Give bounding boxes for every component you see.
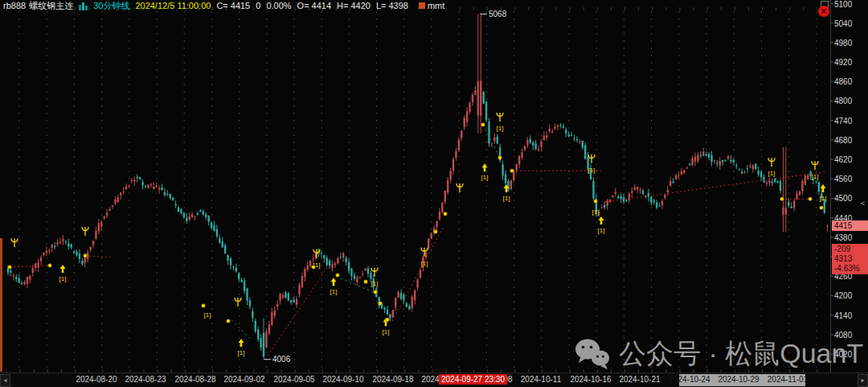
swing-dot-icon xyxy=(336,274,340,278)
scroll-left-button[interactable]: ◂ xyxy=(0,374,10,387)
price-tick: 4560 xyxy=(834,175,852,183)
date-label: 2024-11-01 xyxy=(758,375,817,384)
signal-label: [1] xyxy=(371,280,379,287)
up-arrow-signal-icon xyxy=(821,184,826,192)
swing-dot-icon xyxy=(48,264,52,268)
signal-label: [1] xyxy=(421,260,428,267)
wechat-icon xyxy=(574,338,611,370)
indicator-badge: -209 4313 -4.63% xyxy=(832,244,868,274)
swing-dot-icon xyxy=(227,319,231,323)
price-tick: 4200 xyxy=(834,291,852,300)
selected-time-badge: 2024-09-27 23:30 xyxy=(439,374,507,385)
swing-dot-icon xyxy=(444,212,448,216)
signal-label: [1] xyxy=(820,195,827,202)
swing-dot-icon xyxy=(379,302,383,306)
current-price-badge: 4415 xyxy=(832,220,868,231)
swing-dot-icon xyxy=(780,197,784,201)
indicator-name: mmt xyxy=(428,0,444,11)
indicator-badge-line: -209 xyxy=(834,245,868,254)
signal-label: [1] xyxy=(383,328,390,336)
watermark: 公众号 · 松鼠QuanT xyxy=(574,333,868,375)
watermark-text: 公众号 · 松鼠QuanT xyxy=(619,336,863,373)
trend-connectors xyxy=(10,125,825,356)
indicator-badge-line: 4313 xyxy=(834,254,868,264)
quote-open-label: O= xyxy=(297,0,309,11)
price-tick: 4500 xyxy=(834,194,852,203)
signal-label: [1] xyxy=(768,170,776,177)
swing-dot-icon xyxy=(809,197,813,201)
signal-label: [1] xyxy=(592,208,600,216)
price-tick: 4800 xyxy=(834,97,852,105)
swing-dot-icon xyxy=(8,266,12,270)
quote-high: 4420 xyxy=(350,0,370,11)
chart-canvas[interactable]: [1][1][1][1][1][1][1][1][1][1][1][1][1][… xyxy=(0,0,868,387)
candles xyxy=(7,14,829,358)
scroll-right-button[interactable]: ▸ xyxy=(858,374,868,387)
svg-text:4006: 4006 xyxy=(272,355,291,364)
bar-datetime: 2024/12/5 11:00:00 xyxy=(135,0,211,11)
kline-chart-icon xyxy=(79,2,88,10)
quote-open: 4414 xyxy=(312,0,331,11)
up-arrow-signal-icon xyxy=(331,278,337,286)
price-tick: 4140 xyxy=(834,311,852,320)
indicator-badge-line: -4.63% xyxy=(834,264,868,274)
price-axis: 4415 -209 4313 -4.63% 510050404980492048… xyxy=(831,0,868,373)
price-tick: 4740 xyxy=(834,117,852,126)
grid xyxy=(6,7,817,373)
signal-label: [1] xyxy=(330,288,338,295)
swing-dot-icon xyxy=(594,200,598,204)
symbol-code: rb888 xyxy=(3,0,26,11)
swing-dot-icon xyxy=(202,304,206,308)
swing-dot-icon xyxy=(364,280,368,284)
signal-label: [1] xyxy=(503,195,510,202)
price-tick: 4380 xyxy=(834,233,852,242)
price-tick: 4980 xyxy=(834,39,852,47)
swing-dot-icon xyxy=(84,254,88,258)
signal-label: [1] xyxy=(204,311,211,319)
signal-label: [1] xyxy=(588,167,596,174)
signal-label: [1] xyxy=(481,174,489,181)
signal-label: [1] xyxy=(59,275,67,282)
price-tick: 4920 xyxy=(834,58,852,67)
swing-dot-icon xyxy=(312,266,316,270)
collapse-panel-arrow[interactable]: < xyxy=(861,198,867,209)
signal-label: [1] xyxy=(238,349,245,356)
swing-dot-icon xyxy=(386,318,390,322)
indicator-swatch xyxy=(419,2,425,9)
symbol-name: 螺纹钢主连 xyxy=(29,0,73,11)
quote-close-label: C= xyxy=(216,0,227,11)
close-button[interactable]: ✕ xyxy=(818,6,829,17)
price-tick: 4680 xyxy=(834,136,852,145)
up-arrow-signal-icon xyxy=(599,216,604,224)
signal-label: [1] xyxy=(598,227,605,234)
left-edge-candle xyxy=(0,238,2,372)
signal-label: [1] xyxy=(497,125,504,132)
swing-dot-icon xyxy=(820,206,824,210)
swing-dot-icon xyxy=(498,156,502,160)
swing-dot-icon xyxy=(510,169,514,173)
price-tick: 4620 xyxy=(834,155,852,164)
title-bar: rb888 螺纹钢主连 30分钟线 2024/12/5 11:00:00 C= … xyxy=(0,0,868,11)
up-arrow-signal-icon xyxy=(60,265,66,273)
quote-change-pct: 0.00% xyxy=(266,0,291,11)
swing-dot-icon xyxy=(434,230,438,234)
price-annotation: 4006 xyxy=(264,355,291,364)
swing-dot-icon xyxy=(481,123,485,127)
price-tick: 5040 xyxy=(834,19,852,28)
period-label[interactable]: 30分钟线 xyxy=(93,0,129,11)
price-tick: 4860 xyxy=(834,77,852,86)
quote-low: 4398 xyxy=(388,0,407,11)
quote-high-label: H= xyxy=(337,0,348,11)
swing-dot-icon xyxy=(374,290,378,294)
quote-low-label: L= xyxy=(376,0,387,11)
app: rb888 螺纹钢主连 30分钟线 2024/12/5 11:00:00 C= … xyxy=(0,0,868,387)
quote-change: 0 xyxy=(256,0,260,11)
quote-close: 4415 xyxy=(231,0,250,11)
signal-label: [1] xyxy=(812,173,819,180)
